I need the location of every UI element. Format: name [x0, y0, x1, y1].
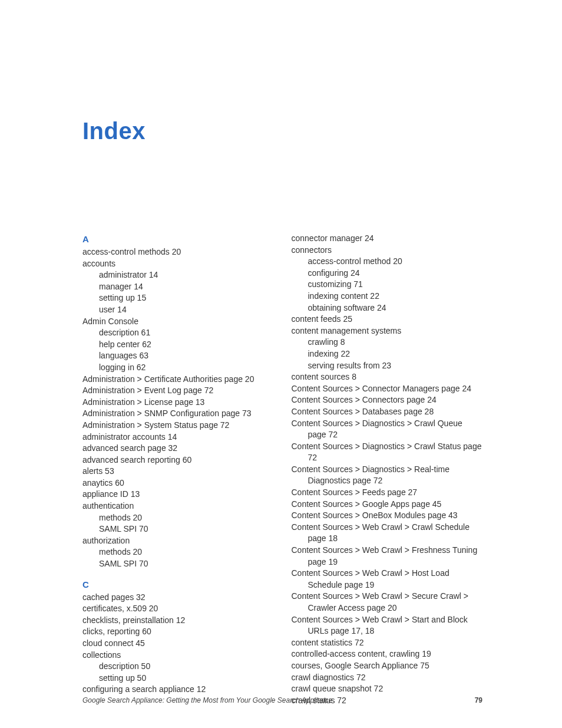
index-entry: connectors: [292, 245, 483, 256]
index-subentry: languages 63: [82, 350, 274, 362]
index-entry: content management systems: [292, 325, 483, 337]
index-subentry: SAML SPI 70: [82, 558, 274, 570]
index-entry: Content Sources > Connector Managers pag…: [292, 383, 483, 395]
index-entry: Content Sources > Diagnostics > Crawl Qu…: [292, 418, 483, 441]
index-entry: Content Sources > Diagnostics > Crawl St…: [292, 441, 483, 464]
section-letter-c: C: [82, 578, 274, 591]
index-subentry: access-control method 20: [292, 256, 483, 268]
index-subentry: help center 62: [82, 339, 274, 351]
index-entry: checklists, preinstallation 12: [82, 615, 274, 627]
index-entry: authorization: [82, 535, 274, 547]
index-entry: Content Sources > Databases page 28: [292, 406, 483, 418]
index-entry: clicks, reporting 60: [82, 626, 274, 638]
index-subentry: manager 14: [82, 281, 274, 293]
index-subentry: configuring 24: [292, 268, 483, 279]
index-entry: appliance ID 13: [82, 489, 274, 500]
index-entry: content statistics 72: [292, 637, 483, 649]
index-entry: authentication: [82, 500, 274, 512]
index-subentry: serving results from 23: [292, 360, 483, 372]
index-entry: access-control methods 20: [82, 246, 274, 258]
index-entry: collections: [82, 650, 274, 661]
index-subentry: SAML SPI 70: [82, 523, 274, 535]
index-entry: Administration > Event Log page 72: [82, 385, 274, 397]
index-entry: advanced search page 32: [82, 443, 274, 454]
index-subentry: logging in 62: [82, 362, 274, 374]
index-subentry: description 50: [82, 661, 274, 673]
index-subentry: crawling 8: [292, 337, 483, 348]
index-entry: controlled-access content, crawling 19: [292, 648, 483, 660]
index-entry: crawl queue snapshot 72: [292, 683, 483, 695]
index-entry: Content Sources > Web Crawl > Freshness …: [292, 545, 483, 568]
index-subentry: setting up 15: [82, 292, 274, 304]
index-entry: accounts: [82, 258, 274, 270]
index-entry: cached pages 32: [82, 592, 274, 604]
index-entry: anaytics 60: [82, 477, 274, 489]
footer-doc-title: Google Search Appliance: Getting the Mos…: [82, 696, 332, 704]
section-letter-a: A: [82, 233, 274, 245]
index-entry: certificates, x.509 20: [82, 603, 274, 615]
index-subentry: methods 20: [82, 546, 274, 558]
index-entry: administrator accounts 14: [82, 431, 274, 443]
index-entry: Administration > Certificate Authorities…: [82, 374, 274, 386]
index-entry: cloud connect 45: [82, 638, 274, 650]
index-entry: Content Sources > Web Crawl > Start and …: [292, 614, 483, 637]
index-subentry: indexing content 22: [292, 291, 483, 302]
index-entry: Administration > SNMP Configuration page…: [82, 408, 274, 420]
index-subentry: setting up 50: [82, 673, 274, 684]
index-entry: alerts 53: [82, 466, 274, 477]
index-entry: Administration > System Status page 72: [82, 420, 274, 431]
index-entry: Content Sources > Web Crawl > Host Load …: [292, 568, 483, 591]
index-subentry: indexing 22: [292, 348, 483, 360]
footer-page-number: 79: [475, 696, 482, 704]
index-entry: Content Sources > Google Apps page 45: [292, 499, 483, 510]
index-entry: crawl diagnostics 72: [292, 672, 483, 684]
index-entry: Content Sources > Web Crawl > Crawl Sche…: [292, 522, 483, 545]
index-subentry: user 14: [82, 304, 274, 316]
index-entry: courses, Google Search Appliance 75: [292, 660, 483, 672]
index-entry: connector manager 24: [292, 233, 483, 245]
index-entry: Content Sources > Web Crawl > Secure Cra…: [292, 591, 483, 614]
index-entry: Content Sources > Diagnostics > Real-tim…: [292, 464, 483, 487]
index-entry: Admin Console: [82, 316, 274, 328]
page-footer: Google Search Appliance: Getting the Mos…: [82, 696, 482, 704]
document-page: Index Aaccess-control methods 20accounts…: [0, 0, 562, 728]
index-subentry: customizing 71: [292, 279, 483, 291]
index-entry: advanced search reporting 60: [82, 454, 274, 466]
page-title: Index: [82, 118, 482, 144]
index-entry: Administration > License page 13: [82, 397, 274, 409]
index-subentry: obtaining software 24: [292, 302, 483, 314]
index-entry: Content Sources > Connectors page 24: [292, 394, 483, 406]
index-entry: Content Sources > OneBox Modules page 43: [292, 510, 483, 522]
index-subentry: administrator 14: [82, 269, 274, 281]
index-entry: Content Sources > Feeds page 27: [292, 487, 483, 499]
index-columns: Aaccess-control methods 20accountsadmini…: [82, 233, 482, 706]
index-entry: content feeds 25: [292, 314, 483, 325]
index-entry: content sources 8: [292, 371, 483, 383]
index-subentry: description 61: [82, 327, 274, 339]
index-subentry: methods 20: [82, 512, 274, 524]
index-entry: configuring a search appliance 12: [82, 684, 274, 696]
